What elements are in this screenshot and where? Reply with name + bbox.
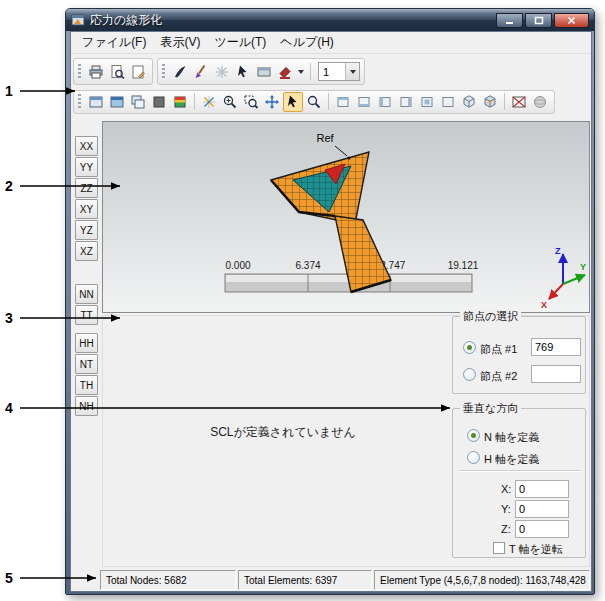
view-bottom-icon[interactable] [438, 92, 458, 112]
callout-1: 1 [5, 83, 21, 99]
toolbar-gripper[interactable] [162, 64, 165, 79]
ruler-value-3: 19.121 [448, 260, 479, 271]
node2-input[interactable] [531, 365, 581, 383]
invert-t-label[interactable]: T 軸を逆転 [509, 542, 563, 557]
stress-xz-button[interactable]: XZ [75, 241, 98, 261]
scl-message: SCLが定義されていません [183, 424, 383, 441]
viewport-icon[interactable] [86, 92, 106, 112]
stress-zz-button[interactable]: ZZ [75, 178, 98, 198]
callout-4: 4 [5, 400, 21, 416]
viewport-canvas: 0.000 6.374 12.747 19.121 [103, 122, 589, 312]
page-setup-icon[interactable] [128, 62, 148, 82]
sidebar-gap [75, 262, 99, 284]
ref-label: Ref [316, 132, 334, 144]
zoom-window-icon[interactable] [241, 92, 261, 112]
n-axis-label[interactable]: N 軸を定義 [484, 430, 539, 445]
scale-combobox[interactable]: 1 [318, 62, 360, 81]
axes-icon[interactable] [199, 92, 219, 112]
view-left-icon[interactable] [375, 92, 395, 112]
viewport-shaded-icon[interactable] [107, 92, 127, 112]
close-button[interactable] [554, 13, 589, 28]
brush-icon[interactable] [191, 62, 211, 82]
group-separator [459, 470, 581, 472]
toolbar-band-file [73, 58, 153, 85]
print-preview-icon[interactable] [107, 62, 127, 82]
node1-radio[interactable] [463, 341, 476, 354]
ref-annotation: Ref [316, 132, 347, 156]
stress-xx-button[interactable]: XX [75, 136, 98, 156]
x-input[interactable] [515, 480, 569, 498]
stress-th-button[interactable]: TH [75, 375, 98, 395]
pan-icon[interactable] [262, 92, 282, 112]
node1-input[interactable] [531, 338, 581, 356]
view-right-icon[interactable] [396, 92, 416, 112]
stress-nn-button[interactable]: NN [75, 284, 98, 304]
solid-gray-icon[interactable] [149, 92, 169, 112]
toolbar-separator [310, 63, 311, 80]
select-arrow-icon[interactable] [283, 92, 303, 112]
stress-tt-button[interactable]: TT [75, 305, 98, 325]
invert-t-checkbox[interactable] [493, 542, 505, 554]
axis-y-label: Y [580, 262, 586, 272]
toolbar-gripper[interactable] [78, 64, 81, 79]
sidebar-gap [75, 326, 99, 333]
stress-nt-button[interactable]: NT [75, 354, 98, 374]
zoom-icon[interactable] [304, 92, 324, 112]
menu-view[interactable]: 表示(V) [153, 31, 207, 54]
toolbar-view [73, 88, 555, 115]
dropdown-arrow-icon[interactable] [298, 70, 304, 74]
box-icon[interactable] [254, 62, 274, 82]
menu-help[interactable]: ヘルプ(H) [273, 31, 341, 54]
toolbar-separator [504, 93, 505, 110]
node2-label[interactable]: 節点 #2 [480, 369, 517, 384]
view-dimetric-icon[interactable] [480, 92, 500, 112]
viewport-3d[interactable]: 0.000 6.374 12.747 19.121 [102, 121, 590, 313]
x-label: X: [501, 483, 511, 495]
h-axis-radio[interactable] [467, 451, 480, 464]
node1-label[interactable]: 節点 #1 [480, 342, 517, 357]
fea-model [271, 152, 391, 292]
stress-nh-button[interactable]: NH [75, 396, 98, 416]
pen-icon[interactable] [170, 62, 190, 82]
view-top-icon[interactable] [417, 92, 437, 112]
status-total-nodes: Total Nodes: 5682 [100, 570, 236, 590]
titlebar: 応力の線形化 [66, 9, 594, 31]
pointer-icon[interactable] [233, 62, 253, 82]
normal-direction-group: 垂直な方向 N 軸を定義 H 軸を定義 X: Y: Z: T 軸を逆転 [452, 408, 586, 558]
stress-yy-button[interactable]: YY [75, 157, 98, 177]
combo-dropdown-icon[interactable] [345, 63, 359, 80]
menu-file[interactable]: ファイル(F) [75, 31, 153, 54]
zoom-in-icon[interactable] [220, 92, 240, 112]
clear-selection-icon[interactable] [212, 62, 232, 82]
y-input[interactable] [515, 500, 569, 518]
ruler-value-0: 0.000 [225, 260, 250, 271]
print-icon[interactable] [86, 62, 106, 82]
window-controls [496, 13, 589, 28]
z-input[interactable] [515, 520, 569, 538]
maximize-button[interactable] [525, 13, 552, 28]
status-bar: Total Nodes: 5682 Total Elements: 6397 E… [100, 570, 590, 590]
minimize-button[interactable] [496, 13, 523, 28]
window-title: 応力の線形化 [90, 12, 496, 29]
stress-xy-button[interactable]: XY [75, 199, 98, 219]
toolbar-separator [194, 93, 195, 110]
h-axis-label[interactable]: H 軸を定義 [484, 452, 539, 467]
element-x-icon[interactable] [509, 92, 529, 112]
normal-direction-title: 垂直な方向 [460, 401, 521, 416]
node2-radio[interactable] [463, 368, 476, 381]
view-back-icon[interactable] [354, 92, 374, 112]
n-axis-radio[interactable] [467, 429, 480, 442]
contour-icon[interactable] [170, 92, 190, 112]
viewport-multi-icon[interactable] [128, 92, 148, 112]
sphere-icon[interactable] [530, 92, 550, 112]
y-label: Y: [501, 503, 511, 515]
stress-hh-button[interactable]: HH [75, 333, 98, 353]
view-iso-icon[interactable] [459, 92, 479, 112]
client-area: ファイル(F) 表示(V) ツール(T) ヘルプ(H) [70, 31, 592, 592]
node-selection-group: 節点の選択 節点 #1 節点 #2 [452, 316, 586, 394]
paint-icon[interactable] [275, 62, 295, 82]
toolbar-gripper[interactable] [78, 94, 81, 109]
stress-yz-button[interactable]: YZ [75, 220, 98, 240]
view-front-icon[interactable] [333, 92, 353, 112]
menu-tools[interactable]: ツール(T) [207, 31, 273, 54]
